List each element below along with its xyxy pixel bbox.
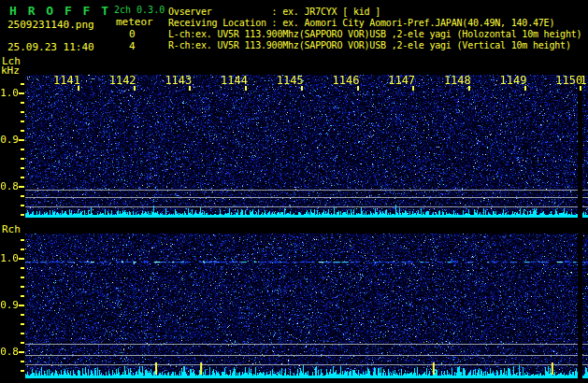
freq-unit-label: kHz xyxy=(1,65,20,76)
freq-tick-minor xyxy=(21,130,24,132)
freq-tick-major xyxy=(19,186,24,188)
hrofft-output-window: H R O F F T 2509231140.png 25.09.23 11:4… xyxy=(0,0,588,383)
freq-tick-label: 1.0 xyxy=(0,253,19,263)
freq-tick-major xyxy=(19,351,24,353)
freq-tick-minor xyxy=(21,205,24,206)
time-label: 1149 xyxy=(500,75,527,86)
freq-tick-minor xyxy=(21,167,24,169)
time-label: 1150 xyxy=(555,75,582,86)
time-label: 1141 xyxy=(53,75,80,86)
freq-tick-major xyxy=(19,92,24,94)
freq-tick-minor xyxy=(21,102,24,104)
freq-tick-label: 0.9 xyxy=(0,135,19,145)
time-label: 1142 xyxy=(109,75,136,86)
time-tick xyxy=(134,86,136,91)
time-tick xyxy=(524,86,526,91)
lch-receiver-line: L-ch:ex. UV5R 113.900Mhz(SAPPORO VOR)USB… xyxy=(168,30,581,39)
freq-tick-minor xyxy=(21,370,24,372)
freq-tick-minor xyxy=(21,177,24,178)
time-tick xyxy=(301,86,303,91)
time-tick xyxy=(468,86,470,91)
freq-tick-minor xyxy=(21,248,24,250)
freq-tick-minor xyxy=(21,195,24,197)
app-title: H R O F F T xyxy=(9,5,110,17)
time-tick xyxy=(357,86,359,91)
freq-tick-minor xyxy=(21,267,24,269)
freq-tick-minor xyxy=(21,323,24,325)
freq-tick-minor xyxy=(21,333,24,334)
lch-meteor-count: 0 xyxy=(129,29,136,39)
freq-tick-minor xyxy=(21,239,24,241)
freq-tick-minor xyxy=(21,286,24,288)
freq-tick-minor xyxy=(21,361,24,362)
freq-tick-minor xyxy=(21,149,24,150)
time-label: 1148 xyxy=(444,75,471,86)
output-filename: 2509231140.png xyxy=(7,20,94,30)
rch-spectrogram-canvas xyxy=(25,234,588,378)
freq-tick-label: 1.0 xyxy=(0,88,19,98)
rch-receiver-line: R-ch:ex. UV5R 113.900Mhz(SAPPORO VOR)USB… xyxy=(168,41,571,50)
freq-tick-minor xyxy=(21,277,24,278)
lch-spectrogram-canvas xyxy=(25,75,588,218)
rch-meteor-count: 4 xyxy=(129,41,136,51)
freq-tick-minor xyxy=(21,214,24,216)
mode-label: meteor xyxy=(116,17,153,27)
app-version: 2ch 0.3.0 xyxy=(114,6,165,15)
rch-axis-label: Rch xyxy=(2,224,21,234)
time-tick xyxy=(245,86,247,91)
time-label: 1144 xyxy=(221,75,248,86)
freq-tick-minor xyxy=(21,314,24,316)
time-label: 11 xyxy=(581,75,588,86)
observer-line: Ovserver : ex. JR7CYX [ kid ] xyxy=(168,7,380,17)
freq-tick-minor xyxy=(21,111,24,113)
freq-tick-major xyxy=(19,258,24,260)
freq-tick-label: 0.8 xyxy=(0,347,19,357)
time-label: 1145 xyxy=(277,75,304,86)
time-tick xyxy=(412,86,414,91)
time-label: 1143 xyxy=(165,75,192,86)
receiving-location-line: Receiving Location : ex. Aomori City Aom… xyxy=(168,19,554,28)
time-label: 1146 xyxy=(333,75,360,86)
datetime-label: 25.09.23 11:40 xyxy=(7,42,94,52)
freq-tick-label: 0.9 xyxy=(0,300,19,310)
freq-tick-minor xyxy=(21,158,24,160)
freq-tick-label: 0.8 xyxy=(0,181,19,192)
time-tick xyxy=(189,86,191,91)
time-tick xyxy=(78,86,79,91)
freq-tick-major xyxy=(19,139,24,141)
freq-tick-minor xyxy=(21,295,24,297)
time-label: 1147 xyxy=(388,75,415,86)
freq-tick-minor xyxy=(21,83,24,85)
freq-tick-minor xyxy=(21,342,24,344)
freq-tick-minor xyxy=(21,121,24,122)
freq-tick-major xyxy=(19,305,24,306)
